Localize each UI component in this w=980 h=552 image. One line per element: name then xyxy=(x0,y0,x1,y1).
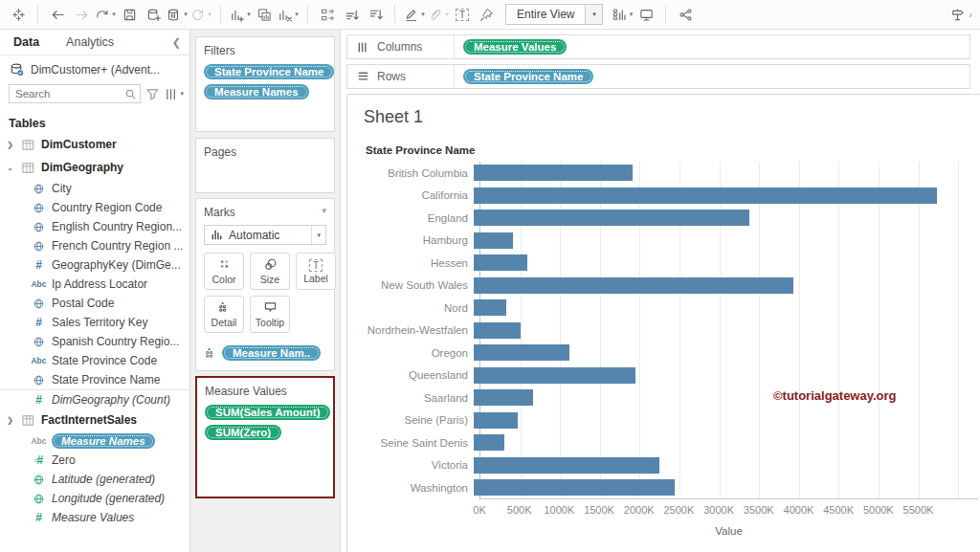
table-row[interactable]: ⌄DimGeography xyxy=(0,156,189,179)
field-row[interactable]: City xyxy=(0,179,189,198)
sort-descending-icon[interactable] xyxy=(365,3,386,26)
category-label[interactable]: Victoria xyxy=(355,459,474,471)
bar[interactable] xyxy=(474,389,533,406)
category-label[interactable]: New South Wales xyxy=(355,279,474,291)
field-row[interactable]: English Country Region... xyxy=(0,217,189,236)
bar[interactable] xyxy=(474,232,513,249)
show-me-icon[interactable]: › xyxy=(950,3,972,26)
chevron-right-icon[interactable]: ❯ xyxy=(5,416,15,425)
bar[interactable] xyxy=(474,210,749,226)
show-hide-cards-icon[interactable]: ▾ xyxy=(612,3,633,26)
mark-type-dropdown[interactable]: Automatic ▾ xyxy=(204,225,326,245)
category-label[interactable]: Hessen xyxy=(355,257,474,269)
chevron-right-icon[interactable]: ❯ xyxy=(5,141,15,149)
new-worksheet-icon[interactable]: ▾ xyxy=(230,3,251,26)
duplicate-sheet-icon[interactable] xyxy=(254,3,275,26)
bar[interactable] xyxy=(474,457,659,474)
collapse-marks-icon[interactable]: ▾ xyxy=(322,206,326,219)
sort-ascending-icon[interactable] xyxy=(341,3,362,26)
bar[interactable] xyxy=(474,277,793,294)
measure-values-pill[interactable]: SUM(Zero) xyxy=(205,425,281,440)
bar[interactable] xyxy=(474,434,504,451)
view-options-icon[interactable]: ▾ xyxy=(165,87,184,101)
field-row[interactable]: #Measure Values xyxy=(0,508,189,527)
swap-rows-columns-icon[interactable] xyxy=(317,3,338,26)
category-label[interactable]: England xyxy=(355,212,474,224)
bar[interactable] xyxy=(474,367,635,384)
bar-track xyxy=(474,431,978,454)
pause-auto-updates-icon[interactable]: ▾ xyxy=(167,3,188,26)
share-icon[interactable] xyxy=(675,3,696,26)
tooltip-button[interactable]: Tooltip xyxy=(250,296,290,333)
field-pill[interactable]: Measure Names xyxy=(52,433,155,449)
columns-pill[interactable]: Measure Values xyxy=(463,39,567,55)
label-button[interactable]: TLabel xyxy=(296,253,336,290)
field-row[interactable]: State Province Name xyxy=(0,370,189,389)
field-row[interactable]: AbcState Province Code xyxy=(0,351,189,370)
fit-selector[interactable]: Entire View▾ xyxy=(505,4,603,25)
filter-pill[interactable]: Measure Names xyxy=(204,84,309,99)
field-row[interactable]: AbcIp Address Locator xyxy=(0,275,189,294)
field-row[interactable]: #GeographyKey (DimGe... xyxy=(0,255,189,275)
bar[interactable] xyxy=(474,412,518,429)
category-label[interactable]: Nord xyxy=(355,302,474,314)
bar[interactable] xyxy=(474,479,675,496)
tab-data[interactable]: Data xyxy=(0,35,53,49)
bar[interactable] xyxy=(474,188,937,204)
detail-button[interactable]: Detail xyxy=(204,296,244,333)
fix-axes-icon[interactable] xyxy=(476,3,497,26)
field-row[interactable]: Latitude (generated) xyxy=(0,470,189,489)
measure-values-pill[interactable]: SUM(Sales Amount) xyxy=(205,405,330,420)
field-row[interactable]: =#Zero xyxy=(0,451,189,470)
highlight-icon[interactable]: ▾ xyxy=(404,3,425,26)
category-label[interactable]: Seine Saint Denis xyxy=(355,437,474,449)
search-input[interactable] xyxy=(10,88,140,99)
show-mark-labels-icon[interactable]: T xyxy=(452,3,473,26)
collapse-pane-icon[interactable]: ❮ xyxy=(164,36,189,49)
field-row[interactable]: AbcMeasure Names xyxy=(0,431,189,451)
field-row[interactable]: Country Region Code xyxy=(0,198,189,217)
category-label[interactable]: Oregon xyxy=(355,347,474,359)
field-row[interactable]: French Country Region ... xyxy=(0,236,189,255)
field-row[interactable]: #Sales Territory Key xyxy=(0,313,189,332)
undo-icon[interactable] xyxy=(47,3,68,26)
new-data-source-icon[interactable] xyxy=(143,3,164,26)
category-label[interactable]: Nordrhein-Westfalen xyxy=(355,324,474,336)
category-label[interactable]: California xyxy=(355,189,474,201)
size-button[interactable]: Size xyxy=(250,253,290,290)
field-row[interactable]: #DimGeography (Count) xyxy=(0,389,189,408)
chevron-down-icon[interactable]: ⌄ xyxy=(5,164,15,172)
category-label[interactable]: Saarland xyxy=(355,392,474,404)
category-label[interactable]: Queensland xyxy=(355,369,474,381)
category-header[interactable]: State Province Name xyxy=(355,144,978,156)
save-icon[interactable] xyxy=(119,3,140,26)
category-label[interactable]: Hamburg xyxy=(355,234,474,246)
rows-pill[interactable]: State Province Name xyxy=(463,69,593,84)
bar[interactable] xyxy=(474,299,506,316)
table-row[interactable]: ❯DimCustomer xyxy=(0,133,189,156)
clear-sheet-icon[interactable]: ▾ xyxy=(278,3,299,26)
bar[interactable] xyxy=(474,344,569,361)
replay-animation-icon[interactable]: ▾ xyxy=(95,3,116,26)
bar[interactable] xyxy=(474,165,633,181)
datasource-row[interactable]: DimCustomer+ (Advent... xyxy=(0,55,189,81)
tab-analytics[interactable]: Analytics xyxy=(53,35,127,49)
filter-pill[interactable]: State Province Name xyxy=(204,64,334,79)
bar[interactable] xyxy=(474,254,527,271)
redo-icon[interactable] xyxy=(71,3,92,26)
table-row[interactable]: ❯FactInternetSales xyxy=(0,408,189,431)
category-label[interactable]: Washington xyxy=(355,482,474,494)
run-auto-updates-icon[interactable]: ▾ xyxy=(190,3,212,26)
presentation-mode-icon[interactable] xyxy=(635,3,657,26)
detail-shelf-pill[interactable]: Measure Nam.. xyxy=(222,345,321,361)
field-row[interactable]: Spanish Country Regio... xyxy=(0,332,189,351)
color-button[interactable]: Color xyxy=(204,253,244,290)
category-label[interactable]: Seine (Paris) xyxy=(355,414,474,426)
tableau-logo-icon[interactable] xyxy=(8,3,29,26)
filter-fields-icon[interactable] xyxy=(145,87,160,101)
field-row[interactable]: Postal Code xyxy=(0,294,189,313)
category-label[interactable]: British Columbia xyxy=(355,167,474,179)
bar[interactable] xyxy=(474,322,521,339)
group-members-icon[interactable]: ▾ xyxy=(428,3,449,26)
field-row[interactable]: Longitude (generated) xyxy=(0,489,189,508)
